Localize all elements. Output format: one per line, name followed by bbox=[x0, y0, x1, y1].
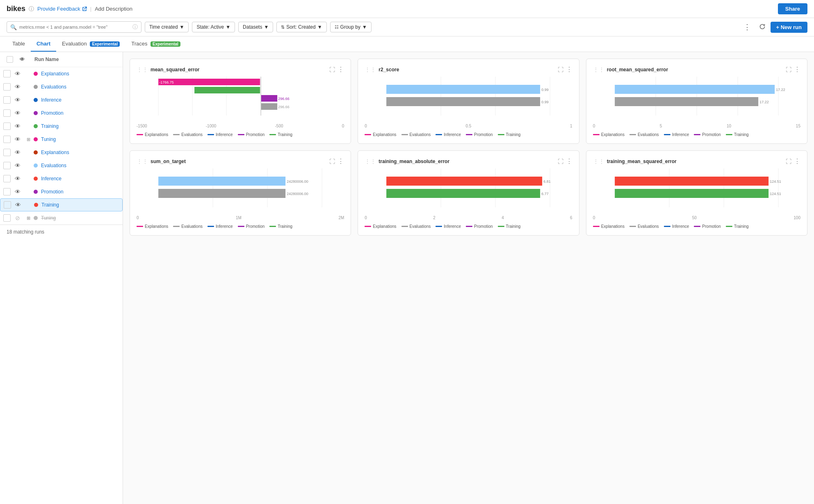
visibility-icon[interactable]: 👁 bbox=[13, 202, 23, 208]
visibility-icon[interactable]: 👁 bbox=[12, 110, 23, 116]
drag-handle-icon[interactable]: ⋮⋮ bbox=[593, 158, 604, 165]
run-name[interactable]: Inference bbox=[41, 97, 119, 103]
list-item[interactable]: 👁 Promotion bbox=[0, 185, 123, 198]
chart-menu-button[interactable]: ⋮ bbox=[794, 157, 800, 165]
list-item[interactable]: 👁 Training bbox=[0, 198, 123, 211]
row-checkbox[interactable] bbox=[3, 188, 11, 195]
drag-handle-icon[interactable]: ⋮⋮ bbox=[593, 66, 604, 73]
list-item[interactable]: 👁 Inference bbox=[0, 93, 123, 107]
visibility-icon[interactable]: 👁 bbox=[12, 136, 23, 143]
list-item[interactable]: 👁 Training bbox=[0, 120, 123, 133]
tab-evaluation[interactable]: Evaluation Experimental bbox=[56, 36, 125, 52]
visibility-hidden-icon[interactable]: ⊘ bbox=[12, 215, 23, 221]
select-all-checkbox[interactable] bbox=[7, 56, 13, 63]
expand-chart-button[interactable]: ⛶ bbox=[329, 66, 335, 73]
chart-menu-button[interactable]: ⋮ bbox=[566, 66, 572, 73]
run-name[interactable]: Explanations bbox=[41, 150, 119, 155]
visibility-icon[interactable]: 👁 bbox=[12, 123, 23, 129]
info-icon[interactable]: ⓘ bbox=[29, 5, 34, 13]
search-input[interactable] bbox=[19, 25, 130, 30]
visibility-icon[interactable]: 👁 bbox=[12, 162, 23, 169]
run-name[interactable]: Evaluations bbox=[41, 163, 119, 168]
chart-header: ⋮⋮ r2_score ⛶ ⋮ bbox=[365, 66, 572, 73]
list-item[interactable]: 👁 Evaluations bbox=[0, 159, 123, 172]
svg-rect-17 bbox=[386, 97, 540, 106]
legend-color bbox=[466, 134, 472, 135]
run-name[interactable]: Inference bbox=[41, 176, 119, 182]
new-run-button[interactable]: + New run bbox=[771, 22, 808, 33]
run-name[interactable]: Explanations bbox=[41, 71, 119, 77]
legend-item: Training bbox=[498, 224, 521, 229]
chart-menu-button[interactable]: ⋮ bbox=[794, 66, 800, 73]
chart-menu-button[interactable]: ⋮ bbox=[337, 157, 344, 165]
legend-item: Inference bbox=[207, 224, 233, 229]
visibility-icon[interactable]: 👁 bbox=[12, 70, 23, 77]
time-created-filter[interactable]: Time created ▼ bbox=[145, 22, 189, 32]
list-item[interactable]: ⊘ ⊞ Tuning bbox=[0, 211, 123, 225]
legend-item: Explanations bbox=[593, 132, 625, 137]
svg-text:296.66: 296.66 bbox=[278, 105, 290, 109]
expand-chart-button[interactable]: ⛶ bbox=[786, 66, 791, 73]
add-description-link[interactable]: Add Description bbox=[95, 6, 132, 12]
datasets-filter[interactable]: Datasets ▼ bbox=[238, 22, 273, 32]
run-name[interactable]: Promotion bbox=[41, 189, 119, 195]
row-checkbox[interactable] bbox=[3, 70, 11, 77]
legend-color bbox=[593, 226, 600, 227]
row-checkbox[interactable] bbox=[3, 149, 11, 156]
share-button[interactable]: Share bbox=[778, 3, 807, 14]
state-filter[interactable]: State: Active ▼ bbox=[192, 22, 235, 32]
list-item[interactable]: 👁 Explanations bbox=[0, 146, 123, 159]
chart-menu-button[interactable]: ⋮ bbox=[337, 66, 344, 73]
drag-handle-icon[interactable]: ⋮⋮ bbox=[365, 158, 376, 165]
provide-feedback-link[interactable]: Provide Feedback bbox=[37, 6, 87, 12]
expand-chart-button[interactable]: ⛶ bbox=[786, 158, 791, 165]
drag-handle-icon[interactable]: ⋮⋮ bbox=[137, 66, 148, 73]
tab-traces[interactable]: Traces Experimental bbox=[125, 36, 186, 52]
visibility-icon[interactable]: 👁 bbox=[12, 84, 23, 90]
visibility-icon[interactable]: 👁 bbox=[12, 97, 23, 103]
list-item[interactable]: 👁 Inference bbox=[0, 172, 123, 185]
chart-axis-labels: 0 1M 2M bbox=[137, 216, 344, 220]
run-name[interactable]: Tuning bbox=[41, 136, 119, 142]
run-name[interactable]: Training bbox=[41, 202, 119, 208]
row-checkbox[interactable] bbox=[3, 109, 11, 117]
tabs-bar: Table Chart Evaluation Experimental Trac… bbox=[0, 36, 814, 52]
run-name[interactable]: Training bbox=[41, 123, 119, 129]
sort-filter[interactable]: ⇅ Sort: Created ▼ bbox=[276, 22, 326, 32]
row-checkbox[interactable] bbox=[3, 136, 11, 143]
list-item[interactable]: 👁 Evaluations bbox=[0, 80, 123, 93]
chart-menu-button[interactable]: ⋮ bbox=[566, 157, 572, 165]
tab-table[interactable]: Table bbox=[7, 36, 31, 52]
row-checkbox[interactable] bbox=[3, 214, 11, 222]
row-checkbox[interactable] bbox=[3, 83, 11, 91]
expand-chart-button[interactable]: ⛶ bbox=[329, 158, 335, 165]
visibility-icon[interactable]: 👁 bbox=[12, 188, 23, 195]
row-checkbox[interactable] bbox=[3, 162, 11, 169]
run-name[interactable]: Tuning bbox=[41, 215, 119, 221]
search-info-icon: ⓘ bbox=[132, 23, 138, 31]
expand-chart-button[interactable]: ⛶ bbox=[558, 158, 563, 165]
visibility-icon[interactable]: 👁 bbox=[12, 175, 23, 182]
refresh-button[interactable] bbox=[757, 22, 767, 33]
list-item[interactable]: 👁 ⊞ Tuning bbox=[0, 133, 123, 146]
expand-icon[interactable]: ⊞ bbox=[25, 216, 32, 221]
expand-icon[interactable]: ⊞ bbox=[25, 137, 32, 142]
list-item[interactable]: 👁 Explanations bbox=[0, 67, 123, 80]
visibility-icon[interactable]: 👁 bbox=[12, 149, 23, 156]
run-name[interactable]: Promotion bbox=[41, 110, 119, 116]
sidebar-header: 👁 Run Name bbox=[0, 52, 123, 67]
row-checkbox[interactable] bbox=[3, 96, 11, 104]
list-item[interactable]: 👁 Promotion bbox=[0, 107, 123, 120]
row-checkbox[interactable] bbox=[3, 175, 11, 182]
group-by-filter[interactable]: ☷ Group by ▼ bbox=[330, 22, 372, 32]
more-options-button[interactable]: ⋮ bbox=[740, 22, 754, 32]
expand-chart-button[interactable]: ⛶ bbox=[558, 66, 563, 73]
drag-handle-icon[interactable]: ⋮⋮ bbox=[365, 66, 376, 73]
row-checkbox[interactable] bbox=[4, 201, 11, 209]
drag-handle-icon[interactable]: ⋮⋮ bbox=[137, 158, 148, 165]
run-color-dot bbox=[34, 98, 38, 102]
chart-title: sum_on_target bbox=[150, 159, 327, 164]
row-checkbox[interactable] bbox=[3, 123, 11, 130]
tab-chart[interactable]: Chart bbox=[31, 36, 56, 52]
run-name[interactable]: Evaluations bbox=[41, 84, 119, 90]
